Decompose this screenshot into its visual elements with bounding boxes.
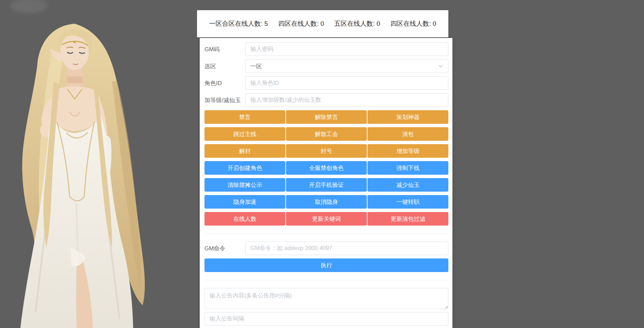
divider (204, 280, 448, 280)
gm-command-input[interactable] (245, 242, 448, 255)
unmute-button[interactable]: 解除禁言 (286, 110, 367, 124)
action-buttons-grid: 禁言 解除禁言 策划神器 跳过主线 解散工会 清包 解封 封号 增加等级 开启创… (204, 110, 448, 226)
online-stats-card: 一区合区在线人数: 5 四区在线人数: 0 五区在线人数: 0 四区在线人数: … (197, 10, 448, 37)
clear-bag-button[interactable]: 清包 (368, 127, 448, 141)
unban-button[interactable]: 解封 (204, 144, 285, 158)
background-smudge (10, 0, 48, 14)
level-jade-input[interactable] (245, 93, 448, 107)
stat-zone5-online: 五区在线人数: 0 (334, 19, 380, 28)
reduce-jade-button[interactable]: 减少仙玉 (368, 178, 448, 192)
role-id-row: 角色ID (204, 76, 448, 90)
mute-button[interactable]: 禁言 (204, 110, 285, 124)
stat-zone1-merged-online: 一区合区在线人数: 5 (209, 19, 268, 28)
update-clearbag-filter-button[interactable]: 更新清包过滤 (368, 212, 448, 226)
gm-panel: GM码 选区 一区 角色ID 加等级/减仙玉 禁言 解除禁言 策划神器 跳过主线… (200, 38, 452, 328)
disband-guild-button[interactable]: 解散工会 (286, 127, 367, 141)
role-id-input[interactable] (245, 76, 448, 90)
gm-code-input[interactable] (245, 42, 448, 56)
gm-code-row: GM码 (204, 42, 448, 56)
force-offline-button[interactable]: 强制下线 (368, 161, 448, 175)
execute-button[interactable]: 执行 (204, 258, 448, 272)
zone-select[interactable]: 一区 (245, 59, 448, 73)
zone-row: 选区 一区 (204, 59, 448, 73)
zone-select-value: 一区 (250, 62, 262, 70)
add-level-button[interactable]: 增加等级 (368, 144, 448, 158)
clear-stall-notice-button[interactable]: 清除摆摊公示 (204, 178, 285, 192)
level-jade-label: 加等级/减仙玉 (204, 96, 245, 104)
character-artwork (0, 14, 190, 328)
update-keywords-button[interactable]: 更新关键词 (286, 212, 367, 226)
gm-code-label: GM码 (204, 45, 245, 53)
announcement-content-textarea[interactable] (204, 288, 448, 309)
ban-button[interactable]: 封号 (286, 144, 367, 158)
role-id-label: 角色ID (204, 79, 245, 87)
gm-command-label: GM命令 (204, 245, 245, 252)
stat-zone4-online: 四区在线人数: 0 (278, 19, 324, 28)
announcement-interval-input[interactable] (204, 312, 448, 326)
one-key-class-change-button[interactable]: 一键转职 (368, 195, 448, 209)
online-count-button[interactable]: 在线人数 (204, 212, 285, 226)
level-jade-row: 加等级/减仙玉 (204, 93, 448, 107)
planner-tool-button[interactable]: 策划神器 (368, 110, 448, 124)
skip-mainline-button[interactable]: 跳过主线 (204, 127, 285, 141)
global-ban-create-role-button[interactable]: 全服禁创角色 (286, 161, 367, 175)
stealth-speed-button[interactable]: 隐身加速 (204, 195, 285, 209)
divider (204, 233, 448, 234)
gm-command-row: GM命令 (204, 242, 448, 255)
zone-label: 选区 (204, 62, 245, 70)
chevron-down-icon (438, 63, 443, 69)
enable-create-role-button[interactable]: 开启创建角色 (204, 161, 285, 175)
stat-zone4b-online: 四区在线人数: 0 (390, 19, 436, 28)
cancel-stealth-button[interactable]: 取消隐身 (286, 195, 367, 209)
enable-phone-verify-button[interactable]: 开启手机验证 (286, 178, 367, 192)
